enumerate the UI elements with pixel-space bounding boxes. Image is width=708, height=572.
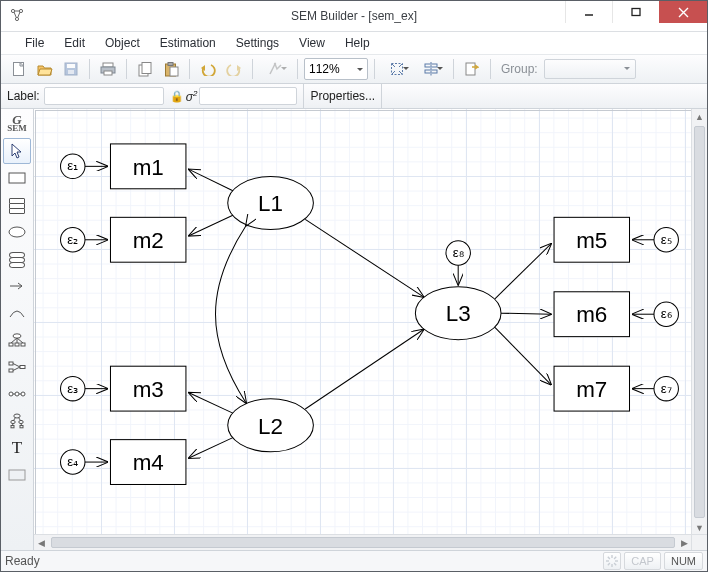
- svg-point-26: [13, 334, 21, 338]
- undo-button[interactable]: [196, 57, 220, 81]
- observed-m1[interactable]: m1: [110, 144, 185, 189]
- open-button[interactable]: [33, 57, 57, 81]
- tree-tool[interactable]: [3, 408, 31, 434]
- multilevel-tool[interactable]: [3, 381, 31, 407]
- properties-bar: Label: 🔒 σ2 Properties...: [1, 84, 707, 109]
- path-L3-m6[interactable]: [501, 313, 551, 314]
- copy-button[interactable]: [133, 57, 157, 81]
- covariance-arc-tool[interactable]: [3, 300, 31, 326]
- paste-button[interactable]: [159, 57, 183, 81]
- measurement-tool[interactable]: [3, 327, 31, 353]
- svg-text:L2: L2: [258, 414, 283, 439]
- path-L2-m3[interactable]: [189, 393, 233, 413]
- text-tool[interactable]: T: [3, 435, 31, 461]
- svg-rect-33: [9, 362, 13, 365]
- cov-L1-L2[interactable]: [216, 225, 247, 402]
- svg-text:L1: L1: [258, 191, 283, 216]
- observed-rect-tool[interactable]: [3, 165, 31, 191]
- gsem-toggle[interactable]: GSEM: [3, 111, 31, 137]
- path-L1-m1[interactable]: [189, 169, 233, 190]
- frame-tool[interactable]: [3, 462, 31, 488]
- error-e1[interactable]: ε₁: [61, 154, 85, 178]
- error-e8[interactable]: ε₈: [446, 241, 470, 265]
- status-num: NUM: [664, 552, 703, 570]
- path-L3-m5[interactable]: [495, 244, 551, 299]
- menu-estimation[interactable]: Estimation: [152, 34, 224, 52]
- error-e3[interactable]: ε₃: [61, 376, 85, 400]
- latent-oval-tool[interactable]: [3, 219, 31, 245]
- h-scroll-thumb[interactable]: [51, 537, 675, 548]
- svg-line-51: [21, 424, 22, 426]
- deselect-button[interactable]: [460, 57, 484, 81]
- save-button[interactable]: [59, 57, 83, 81]
- svg-point-39: [15, 392, 19, 396]
- observed-m4[interactable]: m4: [110, 440, 185, 485]
- path-L3-m7[interactable]: [495, 327, 551, 384]
- observed-m2[interactable]: m2: [110, 217, 185, 262]
- diagram-canvas[interactable]: m1 m2 m3 m4 m5 m6 m7 L1 L2 L3 ε₁ ε₂ ε₃ ε…: [34, 109, 707, 550]
- error-e2[interactable]: ε₂: [61, 228, 85, 252]
- latent-L1[interactable]: L1: [228, 177, 314, 230]
- error-e7[interactable]: ε₇: [654, 376, 678, 400]
- app-icon: [1, 8, 27, 24]
- latent-L2[interactable]: L2: [228, 399, 314, 452]
- v-scroll-thumb[interactable]: [694, 126, 705, 518]
- zoom-fit-button[interactable]: [381, 57, 413, 81]
- error-e6[interactable]: ε₆: [654, 302, 678, 326]
- redo-button[interactable]: [222, 57, 246, 81]
- estimate-button[interactable]: [259, 57, 291, 81]
- lock-icon[interactable]: 🔒: [170, 90, 184, 103]
- svg-rect-46: [11, 426, 14, 428]
- menu-settings[interactable]: Settings: [228, 34, 287, 52]
- regression-tool[interactable]: [3, 354, 31, 380]
- error-e5[interactable]: ε₅: [654, 228, 678, 252]
- observed-m3[interactable]: m3: [110, 366, 185, 411]
- properties-link[interactable]: Properties...: [310, 89, 375, 103]
- zoom-combo[interactable]: [304, 58, 368, 80]
- path-L1-m2[interactable]: [189, 215, 233, 235]
- status-text: Ready: [5, 554, 40, 568]
- menu-object[interactable]: Object: [97, 34, 148, 52]
- vertical-scrollbar[interactable]: ▲ ▼: [691, 109, 707, 535]
- scroll-right-icon[interactable]: ▶: [677, 535, 692, 550]
- scroll-down-icon[interactable]: ▼: [692, 520, 707, 535]
- minimize-button[interactable]: [565, 1, 612, 23]
- zoom-input[interactable]: [305, 62, 353, 76]
- menu-help[interactable]: Help: [337, 34, 378, 52]
- maximize-button[interactable]: [612, 1, 659, 23]
- status-cap: CAP: [624, 552, 661, 570]
- svg-point-45: [19, 420, 23, 423]
- align-button[interactable]: [415, 57, 447, 81]
- selection-arrow-tool[interactable]: [3, 138, 31, 164]
- svg-rect-30: [9, 343, 13, 346]
- svg-text:ε₇: ε₇: [661, 381, 672, 396]
- close-button[interactable]: [659, 1, 707, 23]
- print-button[interactable]: [96, 57, 120, 81]
- observed-m6[interactable]: m6: [554, 292, 629, 337]
- sigma-input[interactable]: [199, 87, 297, 105]
- error-e4[interactable]: ε₄: [61, 450, 85, 474]
- scroll-left-icon[interactable]: ◀: [34, 535, 49, 550]
- label-input[interactable]: [44, 87, 164, 105]
- path-L1-L3[interactable]: [305, 219, 423, 296]
- main-toolbar: Group:: [1, 55, 707, 84]
- scroll-up-icon[interactable]: ▲: [692, 109, 707, 124]
- path-L2-m4[interactable]: [189, 438, 233, 458]
- observed-m7[interactable]: m7: [554, 366, 629, 411]
- latent-L3[interactable]: L3: [415, 287, 501, 340]
- observed-m5[interactable]: m5: [554, 217, 629, 262]
- new-button[interactable]: [7, 57, 31, 81]
- menu-edit[interactable]: Edit: [56, 34, 93, 52]
- observed-stack-tool[interactable]: [3, 192, 31, 218]
- path-L2-L3[interactable]: [305, 330, 423, 410]
- svg-point-24: [9, 227, 25, 237]
- menu-file[interactable]: File: [17, 34, 52, 52]
- latent-stack-tool[interactable]: [3, 246, 31, 272]
- svg-rect-15: [168, 62, 173, 65]
- menu-view[interactable]: View: [291, 34, 333, 52]
- zoom-dropdown-icon[interactable]: [353, 60, 367, 78]
- path-tool[interactable]: [3, 273, 31, 299]
- horizontal-scrollbar[interactable]: ◀ ▶: [34, 534, 692, 550]
- group-dropdown[interactable]: [544, 59, 636, 79]
- svg-text:ε₁: ε₁: [67, 158, 78, 173]
